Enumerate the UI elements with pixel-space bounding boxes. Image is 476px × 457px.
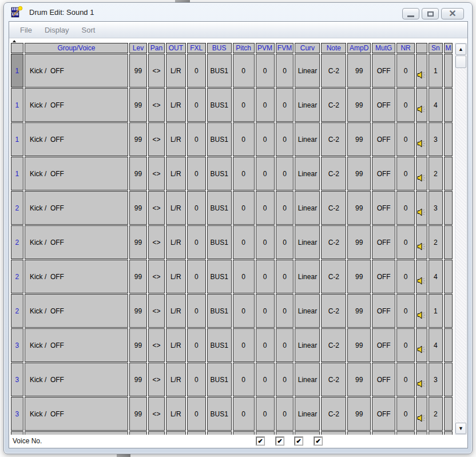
mutg-cell[interactable]: OFF bbox=[372, 363, 395, 396]
pvm-cell[interactable]: 0 bbox=[256, 122, 275, 156]
bus-cell[interactable]: BUS1 bbox=[207, 225, 232, 259]
fvm-cell[interactable]: 0 bbox=[276, 328, 294, 362]
speaker-icon[interactable] bbox=[416, 431, 427, 435]
speaker-icon[interactable] bbox=[416, 294, 427, 328]
sn-cell[interactable]: 3 bbox=[429, 122, 443, 156]
voice-cell[interactable]: Kick / OFF bbox=[25, 157, 128, 190]
curv-cell[interactable]: Linear bbox=[295, 191, 320, 225]
voice-cell[interactable]: Kick / OFF bbox=[25, 191, 128, 225]
group-cell[interactable]: 1 bbox=[11, 157, 23, 190]
curv-cell[interactable]: Linear bbox=[295, 397, 320, 431]
curv-cell[interactable]: Linear bbox=[295, 260, 320, 293]
sn-cell[interactable]: 4 bbox=[429, 260, 443, 293]
speaker-icon[interactable] bbox=[416, 328, 427, 362]
note-cell[interactable]: C-2 bbox=[321, 54, 346, 88]
lev-cell[interactable]: 99 bbox=[129, 122, 147, 156]
group-cell[interactable]: 3 bbox=[11, 397, 23, 431]
group-cell[interactable]: 2 bbox=[11, 260, 23, 293]
ampd-cell[interactable]: 99 bbox=[347, 328, 371, 362]
pvm-cell[interactable]: 0 bbox=[256, 88, 275, 122]
fvm-cell[interactable]: 0 bbox=[276, 397, 294, 431]
pan-cell[interactable]: <> bbox=[148, 294, 165, 328]
mutg-cell[interactable]: OFF bbox=[372, 54, 395, 88]
menu-item-display[interactable]: Display bbox=[38, 23, 76, 37]
lev-cell[interactable]: 99 bbox=[129, 431, 147, 435]
bus-cell[interactable]: BUS1 bbox=[207, 294, 232, 328]
nr-cell[interactable]: 0 bbox=[396, 363, 415, 396]
bus-cell[interactable]: BUS1 bbox=[207, 157, 232, 190]
maximize-button[interactable] bbox=[422, 8, 439, 19]
speaker-icon[interactable] bbox=[416, 260, 427, 293]
bus-cell[interactable]: BUS1 bbox=[207, 397, 232, 431]
fxl-cell[interactable]: 0 bbox=[187, 260, 206, 293]
group-cell[interactable]: 3 bbox=[11, 328, 23, 362]
curv-cell[interactable]: Linear bbox=[295, 363, 320, 396]
lev-cell[interactable]: 99 bbox=[129, 157, 147, 190]
sn-cell[interactable]: 1 bbox=[429, 431, 443, 435]
pan-cell[interactable]: <> bbox=[148, 88, 165, 122]
sn-cell[interactable]: 2 bbox=[429, 157, 443, 190]
out-cell[interactable]: L/R bbox=[166, 157, 186, 190]
pitch-cell[interactable]: 0 bbox=[233, 431, 255, 435]
mutg-cell[interactable]: OFF bbox=[372, 397, 395, 431]
m-cell[interactable] bbox=[444, 225, 453, 259]
bus-cell[interactable]: BUS1 bbox=[207, 191, 232, 225]
note-cell[interactable]: C-2 bbox=[321, 225, 346, 259]
m-cell[interactable] bbox=[444, 88, 453, 122]
minimize-button[interactable] bbox=[402, 8, 419, 19]
pan-cell[interactable]: <> bbox=[148, 122, 165, 156]
nr-cell[interactable]: 0 bbox=[396, 191, 415, 225]
group-cell[interactable]: 2 bbox=[11, 294, 23, 328]
voice-cell[interactable]: Kick / OFF bbox=[25, 294, 128, 328]
group-cell[interactable]: 1 bbox=[11, 54, 23, 88]
pvm-cell[interactable]: 0 bbox=[256, 157, 275, 190]
ampd-cell[interactable]: 99 bbox=[347, 122, 371, 156]
nr-cell[interactable]: 0 bbox=[396, 397, 415, 431]
fxl-cell[interactable]: 0 bbox=[187, 54, 206, 88]
curv-cell[interactable]: Linear bbox=[295, 88, 320, 122]
fvm-cell[interactable]: 0 bbox=[276, 54, 294, 88]
fxl-cell[interactable]: 0 bbox=[187, 88, 206, 122]
lev-cell[interactable]: 99 bbox=[129, 88, 147, 122]
lev-cell[interactable]: 99 bbox=[129, 54, 147, 88]
group-cell[interactable]: 1 bbox=[11, 122, 23, 156]
fxl-cell[interactable]: 0 bbox=[187, 397, 206, 431]
pvm-cell[interactable]: 0 bbox=[256, 260, 275, 293]
pitch-cell[interactable]: 0 bbox=[233, 225, 255, 259]
fxl-cell[interactable]: 0 bbox=[187, 157, 206, 190]
note-cell[interactable]: C-2 bbox=[321, 294, 346, 328]
fvm-cell[interactable]: 0 bbox=[276, 260, 294, 293]
m-cell[interactable] bbox=[444, 157, 453, 190]
mutg-cell[interactable]: OFF bbox=[372, 191, 395, 225]
nr-cell[interactable]: 0 bbox=[396, 328, 415, 362]
voice-cell[interactable]: Kick / OFF bbox=[25, 88, 128, 122]
speaker-icon[interactable] bbox=[416, 225, 427, 259]
ampd-cell[interactable]: 99 bbox=[347, 431, 371, 435]
m-cell[interactable] bbox=[444, 294, 453, 328]
pan-cell[interactable]: <> bbox=[148, 363, 165, 396]
lev-cell[interactable]: 99 bbox=[129, 260, 147, 293]
out-cell[interactable]: L/R bbox=[166, 294, 186, 328]
m-cell[interactable] bbox=[444, 122, 453, 156]
fxl-cell[interactable]: 0 bbox=[187, 191, 206, 225]
fvm-cell[interactable]: 0 bbox=[276, 191, 294, 225]
out-cell[interactable]: L/R bbox=[166, 328, 186, 362]
pvm-cell[interactable]: 0 bbox=[256, 225, 275, 259]
out-cell[interactable]: L/R bbox=[166, 260, 186, 293]
vertical-scrollbar[interactable]: ▲ ▼ bbox=[455, 43, 467, 435]
pan-cell[interactable]: <> bbox=[148, 260, 165, 293]
group-cell[interactable]: 1 bbox=[11, 88, 23, 122]
pvm-cell[interactable]: 0 bbox=[256, 363, 275, 396]
m-cell[interactable] bbox=[444, 260, 453, 293]
group-cell[interactable]: 2 bbox=[11, 191, 23, 225]
pitch-cell[interactable]: 0 bbox=[233, 397, 255, 431]
m-cell[interactable] bbox=[444, 397, 453, 431]
out-cell[interactable]: L/R bbox=[166, 54, 186, 88]
nr-cell[interactable]: 0 bbox=[396, 122, 415, 156]
speaker-icon[interactable] bbox=[416, 157, 427, 190]
pitch-cell[interactable]: 0 bbox=[233, 363, 255, 396]
scrollbar-thumb[interactable] bbox=[455, 55, 466, 68]
ampd-cell[interactable]: 99 bbox=[347, 397, 371, 431]
pitch-cell[interactable]: 0 bbox=[233, 260, 255, 293]
nr-cell[interactable]: 0 bbox=[396, 294, 415, 328]
